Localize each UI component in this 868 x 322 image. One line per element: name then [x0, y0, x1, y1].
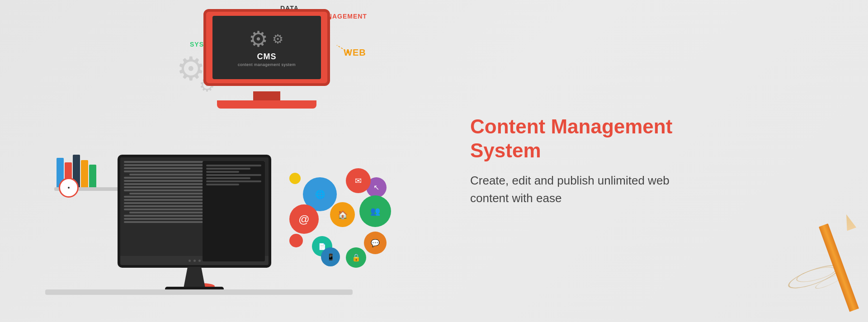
description-line2: content with ease	[470, 191, 561, 205]
globe-icon: 🌐	[315, 189, 325, 199]
description-line1: Create, edit and publish unlimited web	[470, 174, 670, 187]
cursor-icon: ↖	[373, 183, 379, 192]
people-icon: 👥	[370, 206, 380, 216]
bubble-at: @	[289, 204, 319, 234]
email-icon: ✉	[355, 176, 362, 186]
bubble-lock: 🔒	[346, 247, 366, 268]
main-heading: Content Management System	[470, 115, 732, 163]
cms-laptop-stand	[253, 91, 280, 100]
label-web: WEB	[344, 47, 366, 58]
at-icon: @	[298, 213, 309, 226]
monitor-dot-3	[198, 260, 201, 262]
home-icon: 🏠	[338, 210, 348, 220]
clock	[59, 178, 79, 198]
pencil-decoration	[769, 195, 868, 322]
bubble-email: ✉	[346, 168, 371, 193]
cms-laptop: ⚙ ⚙ CMS content management system	[194, 9, 339, 109]
chat-icon: 💬	[371, 239, 380, 247]
phone-icon: 📱	[327, 253, 335, 260]
lock-icon: 🔒	[352, 253, 361, 262]
bubble-chat: 💬	[364, 232, 387, 254]
book-4	[81, 160, 88, 187]
book-5	[89, 165, 96, 187]
clock-center	[68, 187, 70, 189]
cms-screen-inner: ⚙ ⚙ CMS content management system	[212, 16, 321, 79]
cms-sublabel: content management system	[238, 62, 296, 67]
cms-gear-small: ⚙	[272, 33, 285, 46]
bubble-yellow	[289, 173, 301, 184]
monitor-screen	[120, 157, 269, 256]
cms-label: CMS	[257, 52, 277, 62]
cms-laptop-base	[217, 100, 316, 109]
desktop-monitor	[118, 155, 271, 268]
desk-scene: 🌐 ↖ ✉ @ 🏠 👥 💬 📄 📱	[45, 123, 362, 322]
illustration-area: STRATEGY DATA MANAGEMENT CONTENT WEB SYS…	[0, 0, 407, 322]
bubble-home: 🏠	[330, 202, 355, 227]
cms-gear-large: ⚙	[249, 28, 270, 50]
bubble-orange	[289, 234, 303, 247]
cms-gears-display: ⚙ ⚙	[249, 28, 285, 50]
bubble-people: 👥	[359, 195, 391, 227]
social-bubbles-area: 🌐 ↖ ✉ @ 🏠 👥 💬 📄 📱	[276, 168, 402, 295]
monitor-dot-2	[193, 260, 196, 262]
monitor-dot	[189, 260, 191, 262]
monitor-dark-panel	[203, 161, 265, 256]
bubble-phone: 📱	[321, 247, 340, 266]
main-description: Create, edit and publish unlimited web c…	[470, 172, 732, 207]
text-content-area: Content Management System Create, edit a…	[470, 115, 732, 207]
cms-laptop-screen: ⚙ ⚙ CMS content management system	[203, 9, 330, 86]
